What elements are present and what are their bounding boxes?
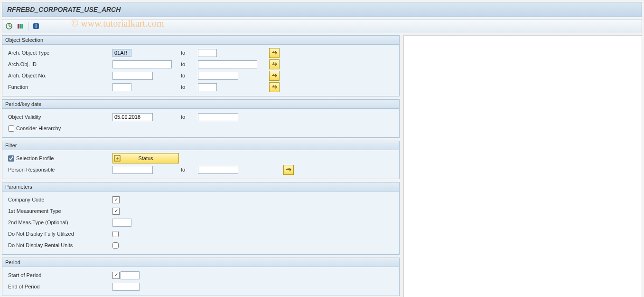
- arch-object-type-from[interactable]: [112, 49, 131, 57]
- multi-select-button[interactable]: [269, 48, 280, 58]
- status-button[interactable]: Status: [112, 153, 179, 163]
- function-from[interactable]: [112, 83, 131, 91]
- to-label: to: [179, 50, 198, 56]
- consider-hierarchy-checkbox[interactable]: [8, 125, 14, 132]
- object-validity-to[interactable]: [198, 113, 238, 121]
- person-responsible-from[interactable]: [112, 166, 153, 174]
- no-fully-utilized-checkbox[interactable]: [112, 231, 119, 237]
- group-title: Object Selection: [2, 36, 399, 45]
- group-object-selection: Object Selection Arch. Object Type to Ar…: [2, 35, 400, 96]
- to-label: to: [179, 73, 198, 78]
- function-to[interactable]: [198, 83, 217, 91]
- label-object-validity: Object Validity: [6, 114, 112, 120]
- group-period-key-date: Period/key date Object Validity to Consi…: [2, 99, 400, 138]
- label-selection-profile: Selection Profile: [16, 155, 54, 161]
- label-consider-hierarchy: Consider Hierarchy: [16, 125, 61, 131]
- svg-text:i: i: [36, 24, 37, 29]
- label-no-rental-units: Do Not Display Rental Units: [6, 242, 112, 248]
- arch-object-type-to[interactable]: [198, 49, 217, 57]
- svg-rect-3: [18, 24, 19, 29]
- status-button-label: Status: [138, 155, 153, 161]
- info-icon[interactable]: i: [32, 22, 40, 30]
- group-title: Filter: [2, 141, 399, 150]
- end-period-input[interactable]: [112, 283, 140, 291]
- label-end-period: End of Period: [6, 284, 112, 289]
- to-label: to: [179, 84, 198, 90]
- group-parameters: Parameters Company Code ✓ 1st Measuremen…: [2, 182, 400, 255]
- label-arch-object-type: Arch. Object Type: [6, 50, 112, 56]
- start-period-required-icon[interactable]: ✓: [112, 272, 120, 279]
- group-title: Period: [2, 258, 399, 267]
- multi-select-button[interactable]: [269, 82, 280, 92]
- label-person-responsible: Person Responsible: [6, 167, 112, 172]
- multi-select-button[interactable]: [269, 59, 280, 69]
- arch-object-no-from[interactable]: [112, 72, 153, 80]
- no-rental-units-checkbox[interactable]: [112, 242, 119, 249]
- label-company-code: Company Code: [6, 197, 112, 202]
- group-title: Parameters: [2, 182, 399, 192]
- multi-select-button[interactable]: [269, 71, 280, 81]
- label-first-meas-type: 1st Measurement Type: [6, 208, 112, 214]
- person-responsible-to[interactable]: [198, 166, 238, 174]
- svg-rect-5: [21, 24, 23, 29]
- multi-select-button[interactable]: [283, 165, 294, 175]
- selection-profile-checkbox[interactable]: [8, 155, 14, 162]
- company-code-required-icon[interactable]: ✓: [112, 196, 120, 203]
- arch-object-no-to[interactable]: [198, 72, 238, 80]
- svg-rect-4: [19, 24, 21, 29]
- group-filter: Filter Selection Profile Status: [2, 141, 400, 179]
- second-meas-type-input[interactable]: [112, 219, 131, 227]
- start-period-input[interactable]: [121, 271, 140, 279]
- toolbar: i: [2, 19, 642, 33]
- label-start-period: Start of Period: [6, 272, 112, 278]
- label-second-meas-type: 2nd Meas.Type (Optional): [6, 220, 112, 225]
- label-function: Function: [6, 84, 112, 90]
- object-validity-from[interactable]: [112, 113, 153, 121]
- right-panel: [403, 35, 642, 297]
- arch-obj-id-to[interactable]: [198, 60, 257, 68]
- group-period: Period Start of Period ✓ End of Period: [2, 258, 400, 296]
- first-meas-type-required-icon[interactable]: ✓: [112, 208, 120, 215]
- execute-icon[interactable]: [5, 22, 13, 30]
- to-label: to: [179, 167, 198, 172]
- to-label: to: [179, 61, 198, 67]
- group-title: Period/key date: [2, 100, 399, 109]
- to-label: to: [179, 114, 198, 120]
- arch-obj-id-from[interactable]: [112, 60, 172, 68]
- label-no-fully-utilized: Do Not Display Fully Utilized: [6, 231, 112, 237]
- page-title: RFREBD_CORPORATE_USE_ARCH: [2, 2, 642, 17]
- label-arch-obj-id: Arch.Obj. ID: [6, 61, 112, 67]
- variant-icon[interactable]: [17, 22, 24, 30]
- label-arch-object-no: Arch. Object No.: [6, 73, 112, 78]
- toolbar-separator: [28, 22, 28, 30]
- status-expand-icon: [114, 155, 121, 162]
